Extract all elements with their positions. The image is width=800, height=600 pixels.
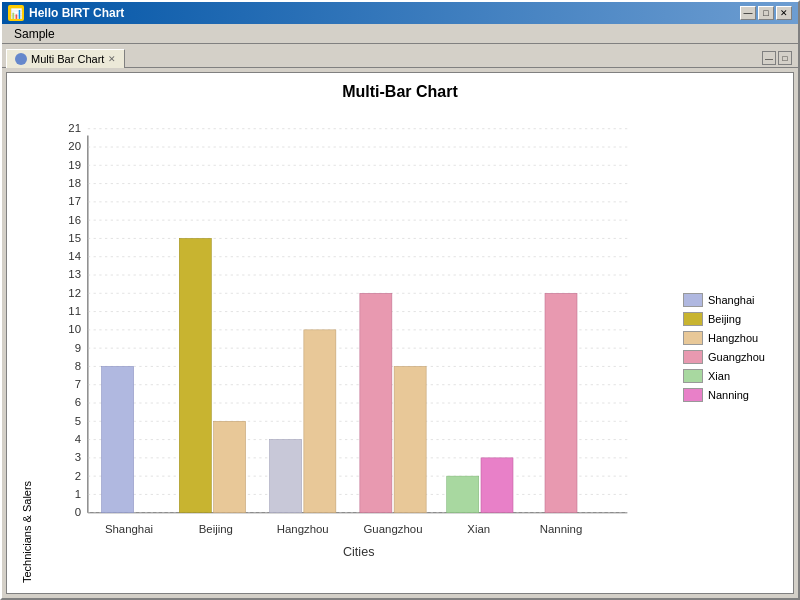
main-window: 📊 Hello BIRT Chart — □ ✕ Sample Multi Ba… xyxy=(0,0,800,600)
bar-hangzhou-1 xyxy=(270,440,302,513)
svg-text:9: 9 xyxy=(75,342,81,354)
legend-label-xian: Xian xyxy=(708,370,730,382)
svg-text:14: 14 xyxy=(68,250,81,262)
chart-svg: 0 1 2 3 4 xyxy=(33,111,673,583)
legend-color-shanghai xyxy=(683,293,703,307)
legend-color-xian xyxy=(683,369,703,383)
minimize-button[interactable]: — xyxy=(740,6,756,20)
x-label-nanning: Nanning xyxy=(540,523,582,535)
legend-label-beijing: Beijing xyxy=(708,313,741,325)
svg-text:7: 7 xyxy=(75,378,81,390)
x-label-beijing: Beijing xyxy=(199,523,233,535)
legend-item-xian: Xian xyxy=(683,369,783,383)
legend-item-hangzhou: Hangzhou xyxy=(683,331,783,345)
svg-text:21: 21 xyxy=(68,122,81,134)
tab-multi-bar-chart[interactable]: Multi Bar Chart ✕ xyxy=(6,49,125,68)
bar-shanghai-1 xyxy=(102,366,134,512)
maximize-button[interactable]: □ xyxy=(758,6,774,20)
x-label-hangzhou: Hangzhou xyxy=(277,523,329,535)
legend-label-nanning: Nanning xyxy=(708,389,749,401)
bar-beijing-2 xyxy=(214,421,246,512)
svg-text:6: 6 xyxy=(75,396,81,408)
title-bar: 📊 Hello BIRT Chart — □ ✕ xyxy=(2,2,798,24)
bar-guangzhou-2 xyxy=(394,366,426,512)
svg-text:8: 8 xyxy=(75,360,81,372)
app-icon: 📊 xyxy=(8,5,24,21)
tab-close-button[interactable]: ✕ xyxy=(108,54,116,64)
title-buttons: — □ ✕ xyxy=(740,6,792,20)
svg-text:18: 18 xyxy=(68,177,81,189)
legend-item-shanghai: Shanghai xyxy=(683,293,783,307)
bar-hangzhou-2 xyxy=(304,330,336,513)
chart-plot-area: 0 1 2 3 4 xyxy=(33,111,783,583)
tab-scroll-right[interactable]: □ xyxy=(778,51,792,65)
legend-color-nanning xyxy=(683,388,703,402)
legend-item-guangzhou: Guangzhou xyxy=(683,350,783,364)
menu-item-sample[interactable]: Sample xyxy=(6,25,63,43)
svg-text:17: 17 xyxy=(68,195,81,207)
svg-text:1: 1 xyxy=(75,488,81,500)
tab-controls: — □ xyxy=(760,49,794,67)
bar-xian-2 xyxy=(481,458,513,513)
chart-inner: 0 1 2 3 4 xyxy=(33,111,783,583)
legend-item-beijing: Beijing xyxy=(683,312,783,326)
legend-color-beijing xyxy=(683,312,703,326)
svg-text:13: 13 xyxy=(68,268,81,280)
tab-bar: Multi Bar Chart ✕ — □ xyxy=(2,44,798,68)
legend-label-guangzhou: Guangzhou xyxy=(708,351,765,363)
close-button[interactable]: ✕ xyxy=(776,6,792,20)
chart-svg-area: 0 1 2 3 4 xyxy=(33,111,673,583)
tab-icon xyxy=(15,53,27,65)
svg-text:3: 3 xyxy=(75,451,81,463)
bar-xian-1 xyxy=(447,476,479,513)
y-axis-label: Technicians & Salers xyxy=(17,111,33,583)
bar-nanning-1 xyxy=(545,293,577,512)
menu-bar: Sample xyxy=(2,24,798,44)
svg-text:11: 11 xyxy=(68,305,81,317)
x-label-shanghai: Shanghai xyxy=(105,523,153,535)
svg-text:4: 4 xyxy=(75,433,82,445)
tab-label: Multi Bar Chart xyxy=(31,53,104,65)
x-label-guangzhou: Guangzhou xyxy=(364,523,423,535)
legend-color-guangzhou xyxy=(683,350,703,364)
legend-color-hangzhou xyxy=(683,331,703,345)
title-bar-left: 📊 Hello BIRT Chart xyxy=(8,5,124,21)
svg-text:20: 20 xyxy=(68,140,81,152)
svg-text:5: 5 xyxy=(75,415,81,427)
chart-area: Multi-Bar Chart Technicians & Salers xyxy=(6,72,794,594)
bar-guangzhou-1 xyxy=(360,293,392,512)
legend-item-nanning: Nanning xyxy=(683,388,783,402)
svg-text:0: 0 xyxy=(75,506,81,518)
tab-scroll-left[interactable]: — xyxy=(762,51,776,65)
x-axis-title: Cities xyxy=(343,545,374,559)
chart-container: Technicians & Salers xyxy=(17,111,783,583)
svg-text:10: 10 xyxy=(68,323,81,335)
window-title: Hello BIRT Chart xyxy=(29,6,124,20)
svg-text:16: 16 xyxy=(68,214,81,226)
svg-text:15: 15 xyxy=(68,232,81,244)
svg-text:2: 2 xyxy=(75,470,81,482)
svg-text:19: 19 xyxy=(68,159,81,171)
x-label-xian: Xian xyxy=(467,523,490,535)
bar-beijing-1 xyxy=(179,238,211,512)
legend-label-hangzhou: Hangzhou xyxy=(708,332,758,344)
legend-label-shanghai: Shanghai xyxy=(708,294,755,306)
chart-title: Multi-Bar Chart xyxy=(342,83,458,101)
legend-area: Shanghai Beijing Hangzhou Guangzhou xyxy=(673,111,783,583)
svg-text:12: 12 xyxy=(68,287,81,299)
